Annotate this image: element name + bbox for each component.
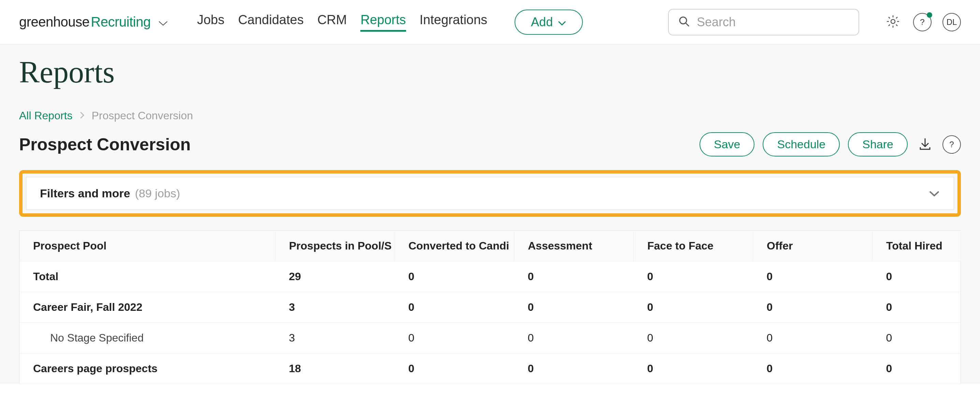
primary-nav: Jobs Candidates CRM Reports Integrations [197,13,487,32]
report-header-row: Prospect Conversion Save Schedule Share … [19,132,961,157]
nav-reports[interactable]: Reports [360,13,406,32]
save-button[interactable]: Save [700,132,755,157]
cell-value: 0 [395,354,514,384]
report-title: Prospect Conversion [19,135,191,154]
search-field[interactable] [668,9,859,35]
add-button[interactable]: Add [515,10,583,35]
col-total-hired[interactable]: Total Hired [872,231,961,262]
add-button-label: Add [531,15,553,29]
col-converted[interactable]: Converted to Candi [395,231,514,262]
notification-dot-icon [927,12,932,18]
cell-value: 0 [753,262,872,292]
cell-value: 0 [753,323,872,354]
top-navigation: greenhouse Recruiting Jobs Candidates CR… [0,0,980,44]
breadcrumb: All Reports Prospect Conversion [19,109,961,122]
schedule-button[interactable]: Schedule [763,132,840,157]
download-icon [918,137,932,152]
table-row: Careers page prospects 18 0 0 0 0 0 [19,354,961,384]
cell-value: 3 [275,292,395,323]
breadcrumb-root[interactable]: All Reports [19,109,73,122]
cell-value: 29 [275,262,395,292]
cell-value: 0 [395,262,514,292]
svg-point-0 [680,17,687,24]
filters-highlight-box: Filters and more (89 jobs) [19,170,961,217]
nav-jobs[interactable]: Jobs [197,13,224,32]
chevron-down-icon[interactable] [158,20,168,27]
download-button[interactable] [916,135,934,154]
nav-crm[interactable]: CRM [317,13,347,32]
brand-part2: Recruiting [91,14,151,30]
filters-label: Filters and more [40,187,130,200]
page-title: Reports [19,54,961,90]
report-table: Prospect Pool Prospects in Pool/S Conver… [19,230,961,384]
chevron-right-icon [80,109,85,122]
cell-value: 0 [395,323,514,354]
cell-value: 0 [753,292,872,323]
table-row: No Stage Specified 3 0 0 0 0 0 [19,323,961,354]
share-button[interactable]: Share [848,132,908,157]
cell-value: 0 [514,292,634,323]
cell-value: 18 [275,354,395,384]
cell-value: 0 [634,354,753,384]
cell-label: No Stage Specified [19,323,275,354]
filters-toggle[interactable]: Filters and more (89 jobs) [26,177,954,210]
search-icon [678,16,690,29]
col-offer[interactable]: Offer [753,231,872,262]
cell-value: 0 [872,262,961,292]
col-face-to-face[interactable]: Face to Face [634,231,753,262]
col-assessment[interactable]: Assessment [514,231,634,262]
cell-value: 0 [872,323,961,354]
avatar-initials: DL [942,13,961,31]
svg-point-2 [891,19,895,24]
cell-value: 0 [395,292,514,323]
chevron-down-icon [558,15,566,29]
page-body: Reports All Reports Prospect Conversion … [0,44,980,384]
report-help-button[interactable]: ? [942,135,961,154]
cell-value: 0 [634,323,753,354]
table-row: Total 29 0 0 0 0 0 [19,262,961,292]
breadcrumb-current: Prospect Conversion [92,109,193,122]
chevron-down-icon [929,187,940,200]
search-input[interactable] [697,15,850,29]
filters-count: (89 jobs) [135,187,180,200]
col-prospects-in-pool[interactable]: Prospects in Pool/S [275,231,395,262]
brand-part1: greenhouse [19,14,89,30]
cell-value: 0 [872,292,961,323]
settings-button[interactable] [884,13,902,31]
cell-value: 3 [275,323,395,354]
cell-value: 0 [753,354,872,384]
help-button[interactable]: ? [913,13,932,31]
cell-value: 0 [514,323,634,354]
report-actions: Save Schedule Share ? [700,132,961,157]
user-avatar[interactable]: DL [942,13,961,31]
cell-value: 0 [872,354,961,384]
table-header-row: Prospect Pool Prospects in Pool/S Conver… [19,231,961,262]
table-row: Career Fair, Fall 2022 3 0 0 0 0 0 [19,292,961,323]
cell-label: Total [19,262,275,292]
gear-icon [886,14,900,30]
nav-candidates[interactable]: Candidates [238,13,304,32]
cell-value: 0 [634,292,753,323]
col-prospect-pool[interactable]: Prospect Pool [19,231,275,262]
cell-value: 0 [514,354,634,384]
brand-logo[interactable]: greenhouse Recruiting [19,14,168,30]
header-icon-row: ? DL [884,13,961,31]
nav-integrations[interactable]: Integrations [420,13,488,32]
cell-value: 0 [514,262,634,292]
help-icon: ? [942,135,961,154]
cell-label: Career Fair, Fall 2022 [19,292,275,323]
cell-label: Careers page prospects [19,354,275,384]
svg-line-1 [686,23,689,26]
cell-value: 0 [634,262,753,292]
